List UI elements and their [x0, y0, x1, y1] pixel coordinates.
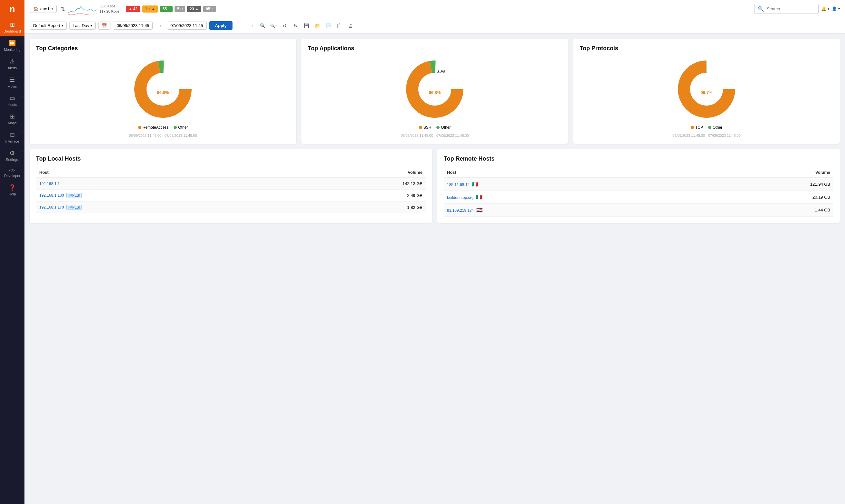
- legend-label-tcp: TCP: [695, 125, 703, 130]
- period-label: Last Day: [73, 23, 89, 28]
- sidebar-item-hosts[interactable]: ▭ Hosts ›: [0, 91, 24, 110]
- badge-green[interactable]: 55 □: [160, 6, 173, 12]
- col-host-remote: Host: [444, 167, 683, 178]
- donut-main-pct-protocols: 99.7%: [701, 90, 712, 95]
- remote-volume-2: 20.19 GB: [683, 191, 833, 204]
- date-to-value: 07/09/2023 11:45: [170, 23, 203, 28]
- remote-volume-1: 121.94 GB: [683, 178, 833, 191]
- monitoring-icon: ⏩: [9, 40, 16, 47]
- sidebar-item-developer[interactable]: </> Developer ›: [0, 165, 24, 181]
- legend-label-other-apps: Other: [441, 125, 451, 130]
- chevron-icon: ›: [22, 76, 23, 79]
- interface-select[interactable]: 🏠 eno1 ▾: [30, 5, 57, 13]
- remote-host-link-1[interactable]: 185.11.68.12: [447, 182, 470, 187]
- user-menu-button[interactable]: 👤 ▾: [832, 6, 840, 11]
- date-to-input[interactable]: 07/09/2023 11:45: [167, 21, 207, 30]
- remote-hosts-card: Top Remote Hosts Host Volume 185.11.68.1…: [437, 149, 840, 223]
- chevron-icon: ›: [22, 95, 23, 97]
- chevron-icon: ›: [22, 131, 23, 134]
- chart-ts-protocols: 06/09/2023 11:45:00 - 07/09/2023 11:45:0…: [672, 133, 741, 138]
- local-host-1: 192.168.1.1: [36, 178, 289, 190]
- content-area: Top Categories 96.8% 3.2%: [24, 34, 845, 504]
- download-icon[interactable]: 📄: [324, 21, 333, 30]
- refresh-forward-icon[interactable]: ↻: [291, 21, 300, 30]
- sidebar-item-alerts[interactable]: ⚠ Alerts ›: [0, 55, 24, 73]
- zoom-out-icon[interactable]: 🔍−: [269, 21, 278, 30]
- host-link-1[interactable]: 192.168.1.1: [39, 181, 59, 186]
- remote-host-2: builder.ntop.org 🇮🇹: [444, 191, 683, 204]
- badge-green-value: 55: [163, 7, 167, 11]
- badge-red[interactable]: ▲ 42: [126, 6, 140, 12]
- table-row: 192.168.1.170 [MPLS] 1.82 GB: [36, 201, 426, 213]
- user-arrow: ▾: [838, 7, 840, 11]
- search-input[interactable]: [767, 6, 815, 11]
- badge-yellow[interactable]: 1 ≡ ▲: [142, 5, 158, 13]
- donut-main-pct-apps: 96.8%: [429, 90, 441, 95]
- print-icon[interactable]: 🖨: [346, 21, 355, 30]
- remote-host-link-2[interactable]: builder.ntop.org: [447, 195, 474, 200]
- save-icon[interactable]: 💾: [302, 21, 311, 30]
- legend-apps: SSH Other: [419, 125, 451, 130]
- traffic-graph: ⇅ 5.30 Kbps 117.20 Kbps: [60, 3, 120, 15]
- sidebar-item-maps[interactable]: ⊞ Maps ›: [0, 110, 24, 128]
- bell-icon: 🔔: [821, 6, 826, 11]
- chevron-icon: ›: [22, 168, 23, 171]
- local-volume-1: 142.13 GB: [289, 178, 426, 190]
- alerts-icon: ⚠: [10, 58, 15, 65]
- zoom-in-icon[interactable]: 🔍: [258, 21, 267, 30]
- calendar-icon-btn[interactable]: 📅: [98, 21, 110, 30]
- folder-icon[interactable]: 📁: [313, 21, 322, 30]
- search-icon: 🔍: [758, 6, 764, 12]
- report-select[interactable]: Default Report ▾: [30, 21, 67, 30]
- remote-host-link-3[interactable]: 91.109.219.184: [447, 208, 474, 213]
- top-applications-card: Top Applications 96.8% 3.2%: [301, 39, 568, 144]
- notif-arrow: ▾: [828, 7, 829, 11]
- speed-down: 117.20 Kbps: [100, 9, 120, 14]
- apply-button[interactable]: Apply: [209, 21, 232, 30]
- sidebar-item-monitoring[interactable]: ⏩ Monitoring ›: [0, 36, 24, 55]
- badge-gray3[interactable]: 85 ≡: [203, 6, 216, 12]
- period-select[interactable]: Last Day ▾: [69, 21, 95, 30]
- refresh-back-icon[interactable]: ↺: [280, 21, 289, 30]
- badges-area: ▲ 42 1 ≡ ▲ 55 □ 5 □ 23 ▲ 85 ≡: [126, 5, 216, 13]
- legend-item-tcp: TCP: [691, 125, 703, 130]
- legend-item-remoteaccess: RemoteAccess: [138, 125, 169, 130]
- col-host-local: Host: [36, 167, 289, 178]
- chevron-icon: ›: [22, 113, 23, 116]
- col-volume-remote: Volume: [683, 167, 833, 178]
- date-from-input[interactable]: 06/09/2023 11:45: [113, 21, 153, 30]
- host-link-2[interactable]: 192.168.1.100: [39, 193, 64, 198]
- badge-gray2[interactable]: 23 ▲: [187, 6, 201, 12]
- sidebar-item-flows[interactable]: ☰ Flows ›: [0, 73, 24, 91]
- legend-protocols: TCP Other: [691, 125, 722, 130]
- swap-icon: ⇅: [60, 5, 65, 13]
- table-row: 185.11.68.12 🇮🇹 121.94 GB: [444, 178, 833, 191]
- export-icon[interactable]: 📋: [335, 21, 344, 30]
- main-panel: 🏠 eno1 ▾ ⇅ 5.30 Kbps 117.20 Kbps ▲ 42 1 …: [24, 0, 845, 504]
- sidebar-item-dashboard[interactable]: ⊞ Dashboard: [0, 18, 24, 36]
- sidebar-item-interface[interactable]: ⊟ Interface ›: [0, 128, 24, 146]
- legend-dot-orange: [138, 126, 141, 129]
- sidebar-item-label: Help: [9, 192, 16, 196]
- svg-point-4: [412, 67, 457, 112]
- badge-green-icon: □: [168, 7, 170, 11]
- dashboard-icon: ⊞: [10, 21, 15, 28]
- host-link-3[interactable]: 192.168.1.170: [39, 205, 64, 210]
- top-protocols-card: Top Protocols 99.7%: [573, 39, 840, 144]
- sidebar-item-settings[interactable]: ⚙ Settings ›: [0, 146, 24, 165]
- top-categories-card: Top Categories 96.8% 3.2%: [30, 39, 296, 144]
- donut-chart-categories: 96.8% 3.2% 96.8% 3.2%: [131, 57, 195, 121]
- badge-gray1[interactable]: 5 □: [175, 6, 185, 12]
- donut-container-categories: 96.8% 3.2% 96.8% 3.2%: [36, 57, 290, 138]
- nav-back-icon[interactable]: ←: [236, 21, 245, 30]
- sidebar-item-label: Monitoring: [4, 48, 20, 52]
- report-label: Default Report: [33, 23, 60, 28]
- sidebar-item-label: Hosts: [8, 103, 17, 107]
- table-row: 192.168.1.100 [MPLS] 2.49 GB: [36, 190, 426, 201]
- sidebar-item-label: Flows: [8, 84, 17, 88]
- nav-forward-icon[interactable]: →: [247, 21, 256, 30]
- badge-gray2-value: 23: [190, 7, 194, 11]
- notification-button[interactable]: 🔔 ▾: [821, 6, 829, 11]
- search-box[interactable]: 🔍: [754, 4, 818, 14]
- sidebar-item-help[interactable]: ❓ Help ›: [0, 181, 24, 199]
